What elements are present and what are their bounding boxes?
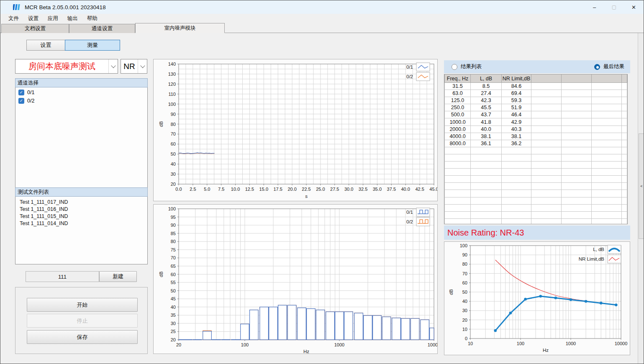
tab-1[interactable]: 文档设置 (1, 24, 69, 33)
table-cell (592, 183, 622, 190)
nr-curve-chart: 010203040506070809010010100100010000HzdB… (444, 241, 630, 355)
checkbox-checked-icon[interactable]: ✓ (18, 90, 24, 95)
table-cell (531, 133, 562, 140)
svg-text:75: 75 (171, 247, 176, 252)
menu-item[interactable]: 帮助 (82, 14, 102, 23)
chevron-down-icon[interactable] (108, 59, 118, 73)
radio-last-result[interactable]: 最后结果 (594, 63, 624, 70)
svg-text:35: 35 (171, 313, 176, 318)
table-cell (502, 197, 531, 204)
table-cell: 43.7 (471, 111, 502, 118)
svg-text:60: 60 (462, 280, 467, 285)
table-cell: 41.8 (471, 118, 502, 126)
svg-text:1000: 1000 (566, 341, 576, 346)
table-cell (531, 126, 562, 133)
menu-item[interactable]: 文件 (4, 14, 23, 23)
table-row (445, 211, 627, 218)
file-name-input[interactable] (26, 271, 99, 282)
channel-item[interactable]: ✓0/1 (15, 88, 147, 97)
minimize-button[interactable]: – (585, 0, 604, 14)
table-cell (592, 211, 622, 218)
test-file-item[interactable]: Test 1_111_014_IND (15, 220, 147, 227)
table-row (445, 190, 627, 197)
menu-item[interactable]: 设置 (23, 14, 43, 23)
svg-text:140: 140 (168, 62, 176, 67)
radio-result-list[interactable]: 结果列表 (452, 63, 482, 70)
collapse-handle[interactable]: < (639, 133, 644, 239)
table-cell (502, 161, 531, 169)
table-cell: 59.3 (502, 97, 531, 104)
table-header-cell: NR Limit,dB (502, 74, 531, 83)
test-file-item[interactable]: Test 1_111_017_IND (15, 198, 147, 205)
radio-icon-selected[interactable] (594, 64, 600, 70)
table-cell: 38.1 (471, 133, 502, 140)
test-file-item[interactable]: Test 1_111_015_IND (15, 213, 147, 220)
start-button[interactable]: 开始 (27, 298, 138, 312)
table-cell (445, 169, 471, 176)
table-cell (622, 126, 627, 133)
window-title: MCR Beta 2.05.0.001 20230418 (25, 4, 106, 10)
new-button[interactable]: 新建 (99, 271, 137, 282)
tab-strip: 文档设置通道设置室内噪声模块 (0, 23, 644, 33)
menu-item[interactable]: 应用 (43, 14, 63, 23)
svg-text:70: 70 (171, 255, 176, 260)
radio-icon[interactable] (452, 64, 457, 70)
nr-select[interactable]: NR (121, 59, 147, 74)
table-row: 125.042.359.3 (445, 97, 627, 104)
table-cell (531, 161, 562, 169)
save-button[interactable]: 保存 (27, 330, 138, 344)
table-cell (622, 154, 627, 161)
svg-text:dB: dB (159, 271, 164, 277)
radio-result-list-label: 结果列表 (461, 63, 482, 70)
table-cell: 46.4 (502, 111, 531, 118)
noise-rating-banner: Noise Rating: NR-43 (444, 226, 630, 240)
svg-text:dB: dB (449, 289, 454, 295)
channel-label: 0/1 (27, 90, 34, 95)
svg-text:10: 10 (462, 327, 467, 332)
table-cell (622, 190, 627, 197)
table-row (445, 169, 627, 176)
table-cell (445, 190, 471, 197)
table-cell (592, 169, 622, 176)
tab-2[interactable]: 通道设置 (69, 24, 135, 33)
svg-text:20.0: 20.0 (287, 187, 296, 192)
close-button[interactable]: ✕ (624, 0, 644, 14)
svg-text:100: 100 (517, 341, 524, 346)
table-cell (622, 111, 627, 118)
menu-item[interactable]: 输出 (63, 14, 82, 23)
svg-text:20: 20 (171, 337, 176, 342)
svg-text:90: 90 (171, 112, 176, 117)
table-cell: 69.4 (502, 90, 531, 97)
channel-item[interactable]: ✓0/2 (15, 97, 147, 105)
svg-text:5.0: 5.0 (204, 187, 210, 192)
result-table: Freq., HzL, dBNR Limit,dB31.58.584.663.0… (444, 74, 627, 224)
table-cell: 1000.0 (445, 118, 471, 126)
svg-text:80: 80 (171, 122, 176, 127)
chevron-down-icon[interactable] (138, 59, 147, 73)
svg-text:95: 95 (171, 215, 176, 220)
app-logo-icon (13, 3, 21, 11)
tab-3[interactable]: 室内噪声模块 (135, 23, 225, 33)
table-cell (471, 161, 502, 169)
table-cell (531, 111, 562, 118)
svg-text:30.0: 30.0 (344, 187, 353, 192)
table-cell (562, 211, 592, 218)
test-file-item[interactable]: Test 1_111_016_IND (15, 205, 147, 213)
table-cell (562, 154, 592, 161)
table-cell (471, 147, 502, 154)
table-cell: 38.1 (502, 133, 531, 140)
svg-text:2.5: 2.5 (190, 187, 196, 192)
maximize-button[interactable]: ▢ (604, 0, 624, 14)
checkbox-checked-icon[interactable]: ✓ (18, 98, 24, 104)
subtab-measure[interactable]: 测量 (65, 40, 120, 51)
svg-text:37.5: 37.5 (387, 187, 396, 192)
table-cell (445, 211, 471, 218)
svg-text:50: 50 (462, 290, 467, 295)
chart-time-svg: 20304050607080901001101201301400.02.55.0… (154, 59, 437, 201)
test-type-select[interactable]: 房间本底噪声测试 (15, 59, 118, 74)
panel-splitter[interactable]: < (638, 33, 644, 364)
subtab-settings[interactable]: 设置 (26, 40, 65, 51)
svg-text:0: 0 (465, 336, 467, 341)
svg-text:30: 30 (171, 321, 176, 326)
svg-text:10000: 10000 (428, 342, 437, 347)
